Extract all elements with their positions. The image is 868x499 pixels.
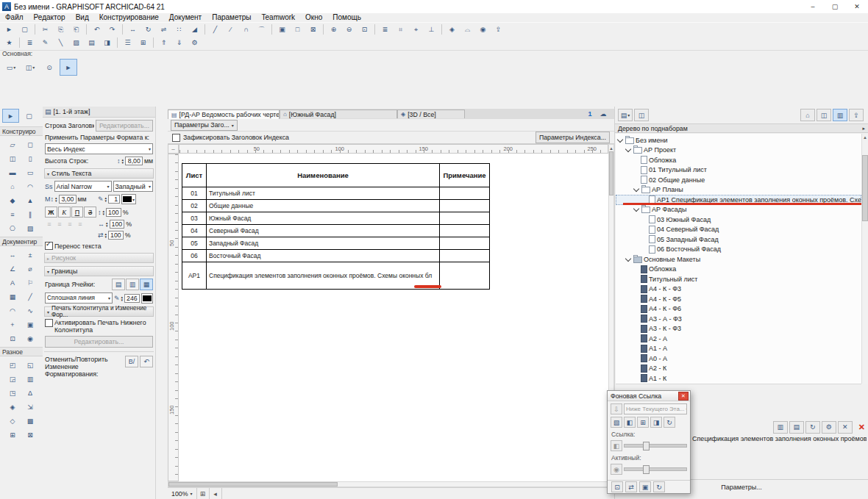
- text-icon[interactable]: A: [4, 276, 21, 290]
- hotlink-icon[interactable]: ⊞: [4, 428, 21, 442]
- spacing-factor-input[interactable]: 100: [108, 231, 124, 240]
- window-icon[interactable]: ◫: [4, 151, 21, 165]
- selection-combo-icon[interactable]: ▭▾: [2, 59, 20, 76]
- copy-icon[interactable]: ⎘: [54, 23, 68, 36]
- teamwork-status-icon[interactable]: ☁: [597, 109, 609, 119]
- italic-button[interactable]: К: [58, 207, 71, 218]
- view-map-icon[interactable]: ◫: [817, 109, 831, 121]
- mesh-icon[interactable]: ▲: [22, 193, 39, 207]
- tree-item[interactable]: АР1 Спецификация элементов заполнения ок…: [616, 195, 861, 205]
- menu-item[interactable]: Вид: [71, 13, 94, 22]
- delete-item-icon[interactable]: ✕: [838, 421, 853, 434]
- tree-item[interactable]: А4 - К - Ф6: [616, 304, 861, 315]
- chevron-down-icon[interactable]: [625, 256, 631, 262]
- elevation-icon[interactable]: ◱: [22, 358, 39, 372]
- navigator-pin-icon[interactable]: ◫: [634, 109, 649, 121]
- border-color-swatch[interactable]: [141, 293, 153, 304]
- section-tool-icon[interactable]: ◰: [4, 358, 21, 372]
- menu-item[interactable]: Конструирование: [94, 13, 164, 22]
- dimension-icon[interactable]: ↔: [4, 248, 21, 262]
- spacing-factor-stepper[interactable]: [105, 232, 107, 238]
- chevron-down-icon[interactable]: [633, 186, 639, 192]
- publisher-icon[interactable]: ⇪: [849, 109, 864, 121]
- ref-layout-icon[interactable]: ⊞: [637, 417, 649, 428]
- new-layout-icon[interactable]: ▤: [789, 421, 804, 434]
- section-borders[interactable]: ▾ Границы: [44, 266, 154, 276]
- underline-button[interactable]: П: [71, 207, 84, 218]
- marker-icon[interactable]: ◇: [4, 414, 21, 428]
- tree-item[interactable]: 05 Западный Фасад: [616, 234, 861, 245]
- intersect-icon[interactable]: ∩: [239, 23, 253, 36]
- story-settings-icon[interactable]: ☰: [121, 36, 135, 49]
- header-params-button[interactable]: Параметры Заго... ▾: [171, 120, 238, 131]
- chevron-down-icon[interactable]: [633, 206, 639, 212]
- menu-item[interactable]: Teamwork: [257, 13, 301, 22]
- group-icon[interactable]: ▣: [275, 23, 289, 36]
- table-row[interactable]: 04Северный Фасад: [182, 224, 490, 237]
- measure-icon[interactable]: ⇲: [22, 400, 39, 414]
- undo-icon[interactable]: ↶: [90, 23, 104, 36]
- close-navigator-icon[interactable]: ✕: [858, 423, 865, 432]
- slider-thumb[interactable]: [643, 465, 650, 474]
- detail-icon[interactable]: ◳: [4, 386, 21, 400]
- bold-button[interactable]: Ж: [45, 207, 57, 218]
- select-icon[interactable]: ►: [2, 23, 16, 36]
- tree-item[interactable]: Титульный лист: [616, 274, 861, 284]
- ref-refresh-icon[interactable]: ↻: [664, 417, 675, 428]
- fit-in-window-icon[interactable]: ⊡: [357, 23, 371, 36]
- menu-item[interactable]: Окно: [300, 13, 327, 22]
- cut-icon[interactable]: ✂: [38, 23, 52, 36]
- scrollbar-thumb[interactable]: [609, 151, 613, 195]
- width-factor-stepper[interactable]: [106, 221, 108, 227]
- menu-item[interactable]: Помощь: [327, 13, 366, 22]
- grid-options-icon[interactable]: ⊞: [136, 36, 150, 49]
- ref-update-icon[interactable]: ↻: [653, 481, 665, 492]
- tree-item[interactable]: А3 - К - Ф3: [616, 324, 861, 334]
- arc-icon[interactable]: ◠: [4, 304, 21, 317]
- tree-item[interactable]: А4 - К - Ф3: [616, 284, 861, 295]
- border-pen-stepper[interactable]: [121, 295, 124, 301]
- tree-item[interactable]: 03 Южный Фасад: [616, 215, 861, 225]
- close-button[interactable]: ✕: [846, 0, 868, 13]
- camera-icon[interactable]: ◉: [22, 331, 39, 345]
- line-types-icon[interactable]: ╲: [54, 36, 68, 49]
- ref-options-icon[interactable]: ⊡: [611, 481, 623, 492]
- fill-icon[interactable]: ▦: [4, 290, 21, 304]
- arrow-icon[interactable]: ►: [2, 109, 19, 123]
- patch-icon[interactable]: ▩: [22, 414, 39, 428]
- scroll-up-icon[interactable]: ▲: [862, 134, 868, 140]
- tree-header[interactable]: Дерево по поднаборам ▸: [615, 123, 868, 133]
- tree-item[interactable]: А3 - А - Ф3: [616, 314, 861, 324]
- border-outline-icon[interactable]: ▥: [126, 279, 139, 290]
- ungroup-icon[interactable]: □: [291, 23, 305, 36]
- column-icon[interactable]: ▯: [22, 151, 39, 165]
- script-select[interactable]: Западный ▾: [113, 181, 153, 192]
- row-height-stepper[interactable]: [121, 158, 124, 164]
- hotspot-icon[interactable]: +: [4, 317, 21, 331]
- fills-icon[interactable]: ▨: [69, 36, 83, 49]
- receive-changes-icon[interactable]: ⇓: [172, 36, 186, 49]
- guide-lines-icon[interactable]: ⌖: [409, 23, 423, 36]
- section-header-footer[interactable]: ▾ Печать Колонтитула и Изменение Фор...: [44, 306, 154, 317]
- section-text-style[interactable]: ▾ Стиль Текста: [44, 168, 154, 179]
- angle-dimension-icon[interactable]: ∠: [4, 262, 21, 276]
- drawing-icon[interactable]: ⊡: [4, 331, 21, 345]
- new-subset-icon[interactable]: ▥: [773, 421, 788, 434]
- tree-item[interactable]: 01 Титульный лист: [616, 165, 861, 176]
- line-type-select[interactable]: Сплошная линия ▾: [45, 292, 113, 304]
- font-pen-stepper[interactable]: [105, 196, 107, 202]
- border-all-icon[interactable]: ▦: [140, 279, 153, 290]
- radial-dimension-icon[interactable]: ⌀: [22, 262, 39, 276]
- table-row[interactable]: 03Южный Фасад: [182, 212, 490, 225]
- spline-icon[interactable]: ∿: [22, 304, 39, 317]
- tree-item[interactable]: 06 Восточный Фасад: [616, 245, 861, 255]
- pens-icon[interactable]: ✎: [38, 36, 52, 49]
- update-layout-icon[interactable]: ↻: [805, 421, 820, 434]
- horizontal-scrollbar[interactable]: [168, 481, 608, 487]
- roof-icon[interactable]: ⌂: [4, 179, 21, 193]
- split-icon[interactable]: ⁄: [224, 23, 238, 36]
- align-justify-icon[interactable]: ≡: [76, 220, 85, 228]
- morph-icon[interactable]: ◆: [4, 193, 21, 207]
- table-row[interactable]: АР1Спецификация элементов заполнения око…: [182, 262, 490, 290]
- camera-path-icon[interactable]: ◉: [476, 23, 490, 36]
